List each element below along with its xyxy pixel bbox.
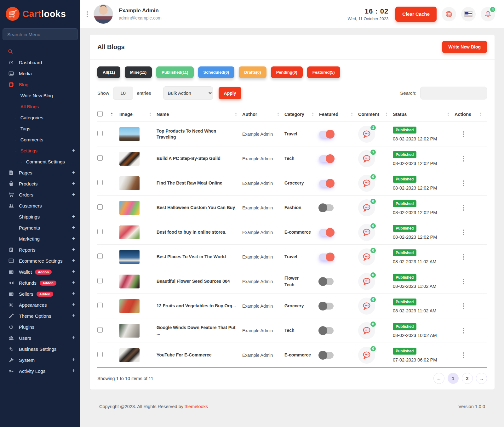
expand-plus-icon[interactable]: + [69, 169, 75, 176]
comments-button[interactable]: 1 [358, 126, 375, 143]
comments-button[interactable]: 0 [358, 273, 375, 290]
sidebar-item-blog[interactable]: Blog— [0, 79, 80, 90]
row-checkbox[interactable] [97, 204, 103, 210]
blog-thumbnail[interactable] [119, 299, 140, 313]
row-checkbox[interactable] [97, 278, 103, 283]
blog-name[interactable]: Google Winds Down Feature That Put ... [157, 325, 242, 337]
sidebar-item-tags[interactable]: -Tags [0, 123, 80, 134]
featured-toggle[interactable] [319, 155, 334, 162]
filter-published-11-[interactable]: Published(11) [156, 66, 194, 78]
blog-thumbnail[interactable] [119, 152, 140, 166]
table-search-input[interactable] [420, 87, 487, 100]
column-header-image[interactable]: Image▲▼ [119, 112, 157, 117]
pagination-page-1[interactable]: 1 [448, 373, 459, 384]
write-new-blog-button[interactable]: Write New Blog [442, 41, 487, 53]
expand-plus-icon[interactable]: + [69, 214, 75, 220]
apply-button[interactable]: Apply [219, 87, 242, 99]
sidebar-item-system[interactable]: System+ [0, 355, 80, 366]
locale-flag-button[interactable] [461, 7, 476, 21]
column-header-category[interactable]: Category▲▼ [284, 112, 319, 117]
blog-thumbnail[interactable] [119, 250, 140, 264]
featured-toggle[interactable] [319, 253, 334, 260]
select-all-checkbox[interactable] [97, 111, 103, 117]
row-actions-button[interactable] [459, 279, 468, 284]
expand-plus-icon[interactable]: + [69, 225, 75, 231]
blog-name[interactable]: YouTube For E-Commerce [157, 352, 242, 358]
expand-plus-icon[interactable]: + [69, 258, 75, 264]
featured-toggle[interactable] [319, 229, 334, 236]
row-checkbox[interactable] [97, 155, 103, 161]
row-actions-button[interactable] [459, 303, 468, 309]
featured-toggle[interactable] [319, 352, 334, 359]
sidebar-item-theme-options[interactable]: Theme Options+ [0, 310, 80, 322]
comments-button[interactable]: 0 [358, 298, 375, 315]
sidebar-item-comments[interactable]: -Comments [0, 134, 80, 145]
column-header-actions[interactable]: Actions▲▼ [455, 112, 487, 117]
featured-toggle[interactable] [319, 180, 334, 187]
comments-button[interactable]: 0 [358, 248, 375, 265]
sort-arrows-icon[interactable]: ▲▼ [351, 112, 353, 117]
filter-all-11-[interactable]: All(11) [97, 66, 120, 78]
sidebar-item-dashboard[interactable]: Dashboard [0, 57, 80, 68]
sidebar-item-orders[interactable]: Orders+ [0, 189, 80, 200]
sidebar-item-payments[interactable]: Payments+ [0, 222, 80, 233]
row-actions-button[interactable] [459, 205, 468, 211]
bulk-action-select[interactable]: Bulk Action [163, 86, 213, 100]
featured-toggle[interactable] [319, 278, 334, 285]
row-actions-button[interactable] [459, 328, 468, 333]
row-actions-button[interactable] [459, 180, 468, 186]
comments-button[interactable]: 1 [358, 150, 375, 167]
blog-name[interactable]: Best food to buy in online stores. [157, 229, 242, 235]
expand-plus-icon[interactable]: + [69, 191, 75, 198]
column-header-name[interactable]: Name▲▼ [157, 112, 242, 117]
blog-thumbnail[interactable] [119, 324, 140, 338]
sort-arrows-icon[interactable]: ▲▼ [479, 112, 482, 117]
blog-thumbnail[interactable] [119, 201, 140, 215]
sort-arrows-icon[interactable]: ▲▼ [235, 112, 237, 117]
sidebar-item-marketing[interactable]: Marketing+ [0, 233, 80, 244]
sort-select-column[interactable]: ▲▼ [111, 112, 119, 117]
expand-plus-icon[interactable]: + [69, 147, 75, 154]
blog-name[interactable]: Best Places To Visit in The World [157, 254, 242, 260]
sidebar-item-appearances[interactable]: Appearances+ [0, 299, 80, 310]
row-checkbox[interactable] [97, 327, 103, 333]
language-globe-button[interactable] [442, 7, 456, 21]
pagination-prev-button[interactable]: ← [433, 373, 444, 384]
sort-arrows-icon[interactable]: ▲▼ [149, 112, 152, 117]
filter-scheduled-0-[interactable]: Scheduled(0) [198, 66, 235, 78]
blog-name[interactable]: Find The Best Raw Meat Online [157, 180, 242, 186]
comments-button[interactable]: 0 [358, 199, 375, 216]
expand-plus-icon[interactable]: + [69, 313, 75, 319]
sidebar-item-write-new-blog[interactable]: -Write New Blog [0, 90, 80, 101]
sidebar-item-all-blogs[interactable]: -All Blogs [0, 101, 80, 112]
sidebar-item-media[interactable]: Media [0, 68, 80, 79]
expand-plus-icon[interactable]: + [69, 180, 75, 187]
expand-plus-icon[interactable]: + [69, 368, 75, 374]
menu-pin[interactable]: ⚲ [0, 45, 80, 57]
sort-arrows-icon[interactable]: ▲▼ [277, 112, 279, 117]
sort-arrows-icon[interactable]: ▲▼ [447, 112, 450, 117]
sidebar-item-plugins[interactable]: Plugins [0, 322, 80, 333]
row-checkbox[interactable] [97, 229, 103, 234]
row-checkbox[interactable] [97, 180, 103, 185]
pagination-page-2[interactable]: 2 [462, 373, 473, 384]
sidebar-item-settings[interactable]: -Settings+ [0, 145, 80, 156]
blog-thumbnail[interactable] [119, 275, 140, 288]
featured-toggle[interactable] [319, 303, 334, 310]
expand-plus-icon[interactable]: + [69, 247, 75, 253]
collapse-minus-icon[interactable]: — [67, 81, 75, 88]
sidebar-item-customers[interactable]: Customers [0, 200, 80, 211]
row-checkbox[interactable] [97, 352, 103, 357]
blog-name[interactable]: Top Products To Need When Traveling [157, 128, 242, 140]
clear-cache-button[interactable]: Clear Cache [395, 7, 437, 22]
expand-plus-icon[interactable]: + [69, 269, 75, 275]
entries-count-input[interactable] [113, 87, 133, 100]
comments-button[interactable]: 0 [358, 224, 375, 241]
column-header-author[interactable]: Author▲▼ [242, 112, 284, 117]
blog-name[interactable]: 12 Fruits and Vegetables to Buy Org... [157, 303, 242, 309]
sidebar-item-ecommerce-settings[interactable]: Ecommerce Settings+ [0, 255, 80, 266]
sidebar-item-shippings[interactable]: Shippings+ [0, 211, 80, 222]
sort-arrows-icon[interactable]: ▲▼ [312, 112, 314, 117]
column-header-comment[interactable]: Comment▲▼ [358, 112, 393, 117]
sidebar-item-sellers[interactable]: SellersAddon+ [0, 288, 80, 299]
